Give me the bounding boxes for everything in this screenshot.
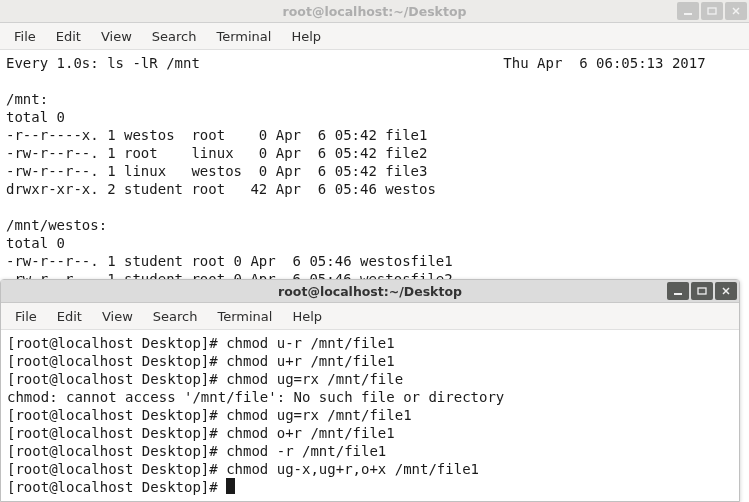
svg-rect-5: [698, 288, 706, 294]
window-title-back: root@localhost:~/Desktop: [283, 4, 467, 19]
watch-header-left: Every 1.0s: ls -lR /mnt: [6, 55, 200, 71]
window-title-front: root@localhost:~/Desktop: [278, 284, 462, 299]
maximize-icon: [707, 7, 717, 15]
close-icon: [731, 7, 741, 15]
menubar-front: File Edit View Search Terminal Help: [1, 303, 739, 330]
cmd-line-7: [root@localhost Desktop]# chmod ug-x,ug+…: [7, 461, 479, 477]
close-button-front[interactable]: [715, 282, 737, 300]
svg-rect-0: [684, 13, 692, 15]
maximize-button-back[interactable]: [701, 2, 723, 20]
terminal-output-front[interactable]: [root@localhost Desktop]# chmod u-r /mnt…: [1, 330, 739, 500]
cmd-line-0: [root@localhost Desktop]# chmod u-r /mnt…: [7, 335, 395, 351]
menu-help-front[interactable]: Help: [282, 307, 332, 326]
menu-file-front[interactable]: File: [5, 307, 47, 326]
minimize-icon: [683, 7, 693, 15]
cmd-line-4: [root@localhost Desktop]# chmod ug=rx /m…: [7, 407, 412, 423]
cmd-line-6: [root@localhost Desktop]# chmod -r /mnt/…: [7, 443, 386, 459]
menubar-back: File Edit View Search Terminal Help: [0, 23, 749, 50]
menu-edit-front[interactable]: Edit: [47, 307, 92, 326]
maximize-icon: [697, 287, 707, 295]
menu-terminal-front[interactable]: Terminal: [207, 307, 282, 326]
svg-rect-1: [708, 8, 716, 14]
terminal-output-back[interactable]: Every 1.0s: ls -lR /mnt Thu Apr 6 06:05:…: [0, 50, 749, 292]
cmd-line-1: [root@localhost Desktop]# chmod u+r /mnt…: [7, 353, 395, 369]
watch-header-right: Thu Apr 6 06:05:13 2017: [503, 55, 705, 71]
cmd-line-2: [root@localhost Desktop]# chmod ug=rx /m…: [7, 371, 403, 387]
minimize-icon: [673, 287, 683, 295]
minimize-button-back[interactable]: [677, 2, 699, 20]
text-cursor: [226, 478, 235, 494]
cmd-line-5: [root@localhost Desktop]# chmod o+r /mnt…: [7, 425, 395, 441]
ls-output: /mnt: total 0 -r--r----x. 1 westos root …: [6, 91, 453, 287]
window-controls-front: [667, 280, 737, 302]
menu-edit-back[interactable]: Edit: [46, 27, 91, 46]
minimize-button-front[interactable]: [667, 282, 689, 300]
watch-header-spacer: [200, 55, 503, 71]
svg-rect-4: [674, 293, 682, 295]
menu-terminal-back[interactable]: Terminal: [206, 27, 281, 46]
menu-search-front[interactable]: Search: [143, 307, 208, 326]
titlebar-front[interactable]: root@localhost:~/Desktop: [1, 280, 739, 303]
menu-view-back[interactable]: View: [91, 27, 142, 46]
window-controls-back: [677, 0, 747, 22]
menu-help-back[interactable]: Help: [281, 27, 331, 46]
cmd-line-3: chmod: cannot access '/mnt/file': No suc…: [7, 389, 504, 405]
titlebar-back: root@localhost:~/Desktop: [0, 0, 749, 23]
maximize-button-front[interactable]: [691, 282, 713, 300]
cmd-line-8: [root@localhost Desktop]#: [7, 479, 226, 495]
menu-search-back[interactable]: Search: [142, 27, 207, 46]
close-button-back[interactable]: [725, 2, 747, 20]
close-icon: [721, 287, 731, 295]
menu-file-back[interactable]: File: [4, 27, 46, 46]
terminal-window-front: root@localhost:~/Desktop File Edit View …: [0, 279, 740, 502]
menu-view-front[interactable]: View: [92, 307, 143, 326]
